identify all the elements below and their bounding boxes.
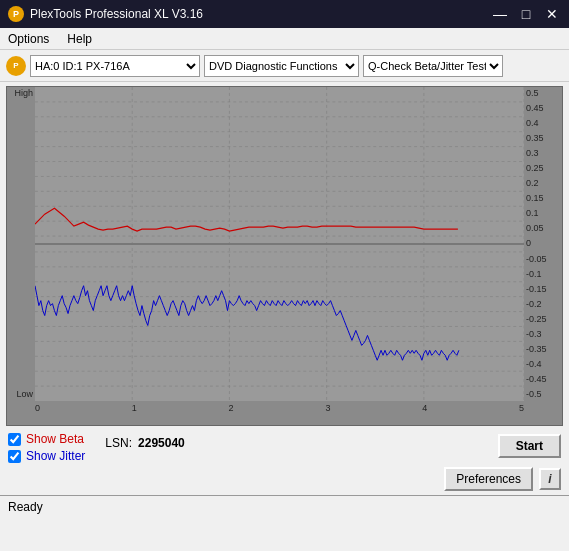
toolbar: P HA:0 ID:1 PX-716A DVD Diagnostic Funct… [0, 50, 569, 82]
y-axis-left: High Low [7, 87, 35, 401]
y-right-4: 0.3 [526, 149, 539, 158]
y-right-2: 0.4 [526, 119, 539, 128]
plextor-icon: P [6, 56, 26, 76]
lsn-label: LSN: [105, 436, 132, 450]
x-label-5: 5 [519, 403, 524, 413]
x-axis: 0 1 2 3 4 5 [35, 401, 524, 425]
chart-container: High Low [6, 86, 563, 426]
bottom-panel: Show Beta Show Jitter LSN: 2295040 Start… [0, 426, 569, 495]
show-beta-checkbox-label[interactable]: Show Beta [8, 432, 85, 446]
start-button[interactable]: Start [498, 434, 561, 458]
menu-options[interactable]: Options [4, 31, 53, 47]
device-select[interactable]: HA:0 ID:1 PX-716A [30, 55, 200, 77]
x-label-4: 4 [422, 403, 427, 413]
y-right-19: -0.45 [526, 375, 547, 384]
y-right-13: -0.15 [526, 285, 547, 294]
y-right-12: -0.1 [526, 270, 542, 279]
show-beta-checkbox[interactable] [8, 433, 21, 446]
chart-svg [35, 87, 524, 401]
show-jitter-checkbox[interactable] [8, 450, 21, 463]
y-right-9: 0.05 [526, 224, 544, 233]
app-title: PlexTools Professional XL V3.16 [30, 7, 203, 21]
x-label-1: 1 [132, 403, 137, 413]
y-right-7: 0.15 [526, 194, 544, 203]
window-controls: — □ ✕ [491, 5, 561, 23]
y-right-0: 0.5 [526, 89, 539, 98]
status-text: Ready [8, 500, 43, 514]
y-right-14: -0.2 [526, 300, 542, 309]
status-bar: Ready [0, 495, 569, 517]
title-bar: P PlexTools Professional XL V3.16 — □ ✕ [0, 0, 569, 28]
preferences-button[interactable]: Preferences [444, 467, 533, 491]
y-right-15: -0.25 [526, 315, 547, 324]
show-jitter-checkbox-label[interactable]: Show Jitter [8, 449, 85, 463]
y-right-16: -0.3 [526, 330, 542, 339]
menu-help[interactable]: Help [63, 31, 96, 47]
lsn-value: 2295040 [138, 436, 185, 450]
close-button[interactable]: ✕ [543, 5, 561, 23]
test-select[interactable]: Q-Check Beta/Jitter Test [363, 55, 503, 77]
function-select[interactable]: DVD Diagnostic Functions [204, 55, 359, 77]
show-jitter-label: Show Jitter [26, 449, 85, 463]
y-left-low: Low [16, 390, 33, 399]
minimize-button[interactable]: — [491, 5, 509, 23]
y-right-18: -0.4 [526, 360, 542, 369]
y-right-5: 0.25 [526, 164, 544, 173]
y-right-6: 0.2 [526, 179, 539, 188]
x-label-0: 0 [35, 403, 40, 413]
y-right-3: 0.35 [526, 134, 544, 143]
show-beta-label: Show Beta [26, 432, 84, 446]
y-right-11: -0.05 [526, 255, 547, 264]
y-right-10: 0 [526, 239, 531, 248]
maximize-button[interactable]: □ [517, 5, 535, 23]
x-label-2: 2 [229, 403, 234, 413]
y-right-8: 0.1 [526, 209, 539, 218]
y-right-17: -0.35 [526, 345, 547, 354]
y-right-1: 0.45 [526, 104, 544, 113]
chart-area [35, 87, 524, 401]
y-axis-right: 0.5 0.45 0.4 0.35 0.3 0.25 0.2 0.15 0.1 … [524, 87, 562, 401]
y-right-20: -0.5 [526, 390, 542, 399]
info-button[interactable]: i [539, 468, 561, 490]
y-left-high: High [14, 89, 33, 98]
menu-bar: Options Help [0, 28, 569, 50]
app-icon: P [8, 6, 24, 22]
x-label-3: 3 [325, 403, 330, 413]
